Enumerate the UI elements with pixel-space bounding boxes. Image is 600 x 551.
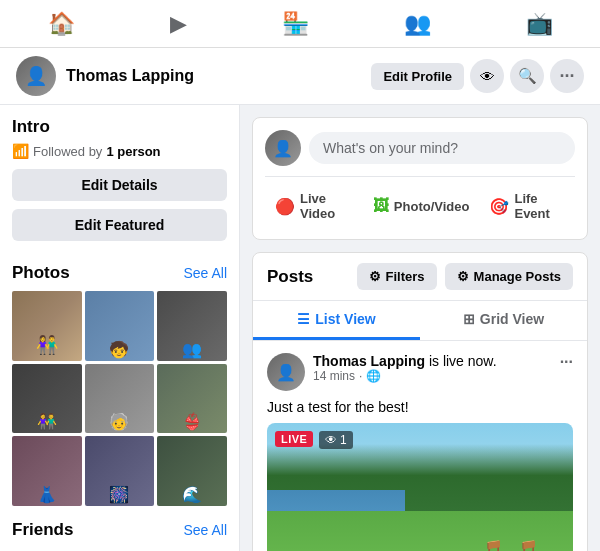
post-user-name-line: Thomas Lapping is live now. bbox=[313, 353, 560, 369]
live-video-button[interactable]: 🔴 Live Video bbox=[265, 185, 363, 227]
post-meta: 14 mins · 🌐 bbox=[313, 369, 560, 383]
left-sidebar: Intro 📶 Followed by 1 person Edit Detail… bbox=[0, 105, 240, 551]
photos-section: Photos See All 👫 🧒 👥 👫 🧓 bbox=[12, 263, 227, 506]
photos-header: Photos See All bbox=[12, 263, 227, 283]
list-view-label: List View bbox=[315, 311, 375, 327]
manage-posts-icon: ⚙ bbox=[457, 269, 469, 284]
nav-video-icon[interactable]: ▶ bbox=[154, 7, 203, 41]
filters-label: Filters bbox=[386, 269, 425, 284]
photos-see-all[interactable]: See All bbox=[183, 265, 227, 281]
nav-home-icon[interactable]: 🏠 bbox=[32, 7, 91, 41]
main-layout: Intro 📶 Followed by 1 person Edit Detail… bbox=[0, 105, 600, 551]
life-event-icon: 🎯 bbox=[489, 197, 509, 216]
photos-title: Photos bbox=[12, 263, 70, 283]
posts-section: Posts ⚙ Filters ⚙ Manage Posts ☰ List V bbox=[252, 252, 588, 551]
avatar: 👤 bbox=[16, 56, 56, 96]
photo-cell-6[interactable]: 👙 bbox=[157, 364, 227, 434]
photo-video-icon: 🖼 bbox=[373, 197, 389, 215]
photo-video-button[interactable]: 🖼 Photo/Video bbox=[363, 185, 480, 227]
nav-groups-icon[interactable]: 👥 bbox=[388, 7, 447, 41]
intro-section: Intro 📶 Followed by 1 person Edit Detail… bbox=[12, 117, 227, 249]
more-button[interactable]: ··· bbox=[550, 59, 584, 93]
friends-title: Friends bbox=[12, 520, 73, 540]
live-video-label: Live Video bbox=[300, 191, 353, 221]
search-button[interactable]: 🔍 bbox=[510, 59, 544, 93]
friends-see-all[interactable]: See All bbox=[183, 522, 227, 538]
photo-video-label: Photo/Video bbox=[394, 199, 470, 214]
post-user-info: Thomas Lapping is live now. 14 mins · 🌐 bbox=[313, 353, 560, 383]
photo-cell-1[interactable]: 👫 bbox=[12, 291, 82, 361]
manage-posts-label: Manage Posts bbox=[474, 269, 561, 284]
wifi-icon: 📶 bbox=[12, 143, 29, 159]
photo-cell-9[interactable]: 🌊 bbox=[157, 436, 227, 506]
view-count: 👁 1 bbox=[319, 431, 353, 449]
followed-by: 📶 Followed by 1 person bbox=[12, 143, 227, 159]
life-event-button[interactable]: 🎯 Life Event bbox=[479, 185, 575, 227]
photo-cell-2[interactable]: 🧒 bbox=[85, 291, 155, 361]
post-time: 14 mins bbox=[313, 369, 355, 383]
composer-divider bbox=[265, 176, 575, 177]
photo-cell-8[interactable]: 🎆 bbox=[85, 436, 155, 506]
edit-details-button[interactable]: Edit Details bbox=[12, 169, 227, 201]
top-nav: 🏠 ▶ 🏪 👥 📺 bbox=[0, 0, 600, 48]
dot-separator: · bbox=[359, 369, 362, 383]
composer-input[interactable]: What's on your mind? bbox=[309, 132, 575, 164]
post-item: 👤 Thomas Lapping is live now. 14 mins · … bbox=[253, 341, 587, 551]
composer-actions: 🔴 Live Video 🖼 Photo/Video 🎯 Life Event bbox=[265, 185, 575, 227]
eye-button[interactable]: 👁 bbox=[470, 59, 504, 93]
nav-watch-icon[interactable]: 📺 bbox=[510, 7, 569, 41]
post-more-button[interactable]: ··· bbox=[560, 353, 573, 371]
filters-icon: ⚙ bbox=[369, 269, 381, 284]
life-event-label: Life Event bbox=[514, 191, 565, 221]
manage-posts-button[interactable]: ⚙ Manage Posts bbox=[445, 263, 573, 290]
profile-name: Thomas Lapping bbox=[66, 67, 371, 85]
profile-bar: 👤 Thomas Lapping Edit Profile 👁 🔍 ··· bbox=[0, 48, 600, 105]
post-user-name[interactable]: Thomas Lapping bbox=[313, 353, 425, 369]
post-status: is live now. bbox=[429, 353, 497, 369]
edit-featured-button[interactable]: Edit Featured bbox=[12, 209, 227, 241]
view-tabs: ☰ List View ⊞ Grid View bbox=[253, 301, 587, 341]
post-media: 🪑🪑 LIVE 👁 1 f 🔍 type to search bbox=[267, 423, 573, 551]
nav-marketplace-icon[interactable]: 🏪 bbox=[266, 7, 325, 41]
right-content: 👤 What's on your mind? 🔴 Live Video 🖼 Ph… bbox=[240, 105, 600, 551]
post-user-avatar: 👤 bbox=[267, 353, 305, 391]
composer-top: 👤 What's on your mind? bbox=[265, 130, 575, 166]
live-badge: LIVE bbox=[275, 431, 313, 447]
friends-header: Friends See All bbox=[12, 520, 227, 540]
list-view-icon: ☰ bbox=[297, 311, 310, 327]
post-text: Just a test for the best! bbox=[267, 399, 573, 415]
grid-view-label: Grid View bbox=[480, 311, 544, 327]
post-composer: 👤 What's on your mind? 🔴 Live Video 🖼 Ph… bbox=[252, 117, 588, 240]
photo-grid: 👫 🧒 👥 👫 🧓 👙 👗 bbox=[12, 291, 227, 506]
followed-count: 1 person bbox=[106, 144, 160, 159]
posts-actions: ⚙ Filters ⚙ Manage Posts bbox=[357, 263, 573, 290]
photo-cell-3[interactable]: 👥 bbox=[157, 291, 227, 361]
profile-actions: Edit Profile 👁 🔍 ··· bbox=[371, 59, 584, 93]
eye-icon-post: 👁 bbox=[325, 433, 337, 447]
tab-grid-view[interactable]: ⊞ Grid View bbox=[420, 301, 587, 340]
edit-profile-button[interactable]: Edit Profile bbox=[371, 63, 464, 90]
grid-view-icon: ⊞ bbox=[463, 311, 475, 327]
tab-list-view[interactable]: ☰ List View bbox=[253, 301, 420, 340]
composer-avatar: 👤 bbox=[265, 130, 301, 166]
filters-button[interactable]: ⚙ Filters bbox=[357, 263, 437, 290]
photo-cell-4[interactable]: 👫 bbox=[12, 364, 82, 434]
live-video-icon: 🔴 bbox=[275, 197, 295, 216]
photo-cell-5[interactable]: 🧓 bbox=[85, 364, 155, 434]
followed-by-text: Followed by bbox=[33, 144, 102, 159]
view-count-number: 1 bbox=[340, 433, 347, 447]
friends-section: Friends See All bbox=[12, 520, 227, 540]
globe-icon: 🌐 bbox=[366, 369, 381, 383]
post-header: 👤 Thomas Lapping is live now. 14 mins · … bbox=[267, 353, 573, 391]
posts-title: Posts bbox=[267, 267, 357, 287]
photo-cell-7[interactable]: 👗 bbox=[12, 436, 82, 506]
posts-header: Posts ⚙ Filters ⚙ Manage Posts bbox=[253, 253, 587, 301]
intro-title: Intro bbox=[12, 117, 227, 137]
